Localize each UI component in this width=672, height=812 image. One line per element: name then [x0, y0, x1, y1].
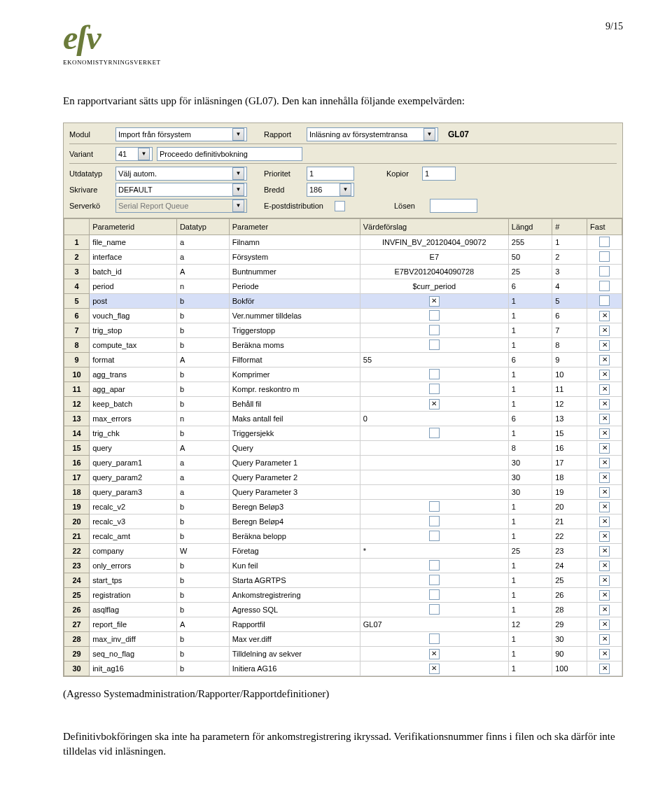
cell-vardeforslag[interactable]: E7 — [360, 250, 508, 265]
checkbox-icon[interactable] — [599, 295, 610, 306]
cell-vardeforslag[interactable] — [360, 368, 508, 382]
checkbox-icon[interactable] — [599, 237, 610, 247]
cell-fast[interactable] — [587, 279, 622, 294]
table-row[interactable]: 4periodnPeriode$curr_period64 — [64, 279, 622, 294]
cell-vardeforslag[interactable]: ✕ — [360, 294, 508, 309]
checkbox-icon[interactable]: ✕ — [599, 487, 610, 498]
cell-vardeforslag[interactable] — [360, 382, 508, 397]
cell-vardeforslag[interactable]: * — [360, 544, 508, 559]
checkbox-icon[interactable]: ✕ — [599, 414, 610, 424]
checkbox-icon[interactable]: ✕ — [429, 296, 440, 307]
cell-vardeforslag[interactable] — [360, 603, 508, 617]
checkbox-icon[interactable]: ✕ — [599, 340, 610, 351]
parameter-grid[interactable]: Parameterid Datatyp Parameter Värdeförsl… — [64, 218, 622, 676]
checkbox-icon[interactable] — [429, 589, 440, 600]
table-row[interactable]: 14trig_chkbTriggersjekk115✕ — [64, 426, 622, 441]
cell-fast[interactable]: ✕ — [587, 441, 622, 456]
checkbox-icon[interactable]: ✕ — [599, 472, 610, 483]
cell-fast[interactable]: ✕ — [587, 500, 622, 514]
cell-vardeforslag[interactable] — [360, 573, 508, 588]
checkbox-icon[interactable] — [429, 516, 440, 526]
cell-fast[interactable]: ✕ — [587, 485, 622, 500]
checkbox-icon[interactable]: ✕ — [429, 649, 440, 659]
checkbox-icon[interactable]: ✕ — [599, 575, 610, 586]
cell-fast[interactable]: ✕ — [587, 617, 622, 632]
cell-vardeforslag[interactable]: GL07 — [360, 617, 508, 632]
checkbox-icon[interactable] — [429, 325, 440, 335]
cell-vardeforslag[interactable] — [360, 500, 508, 514]
checkbox-icon[interactable]: ✕ — [599, 517, 610, 527]
cell-vardeforslag[interactable]: 0 — [360, 412, 508, 426]
cell-fast[interactable] — [587, 235, 622, 250]
chevron-down-icon[interactable]: ▼ — [340, 183, 351, 196]
bredd-input[interactable]: 186 ▼ — [307, 183, 354, 197]
table-row[interactable]: 25registrationbAnkomstregistrering126✕ — [64, 588, 622, 603]
cell-fast[interactable]: ✕ — [587, 368, 622, 382]
table-row[interactable]: 8compute_taxbBeräkna moms18✕ — [64, 338, 622, 353]
cell-vardeforslag[interactable] — [360, 309, 508, 323]
table-row[interactable]: 1file_nameaFilnamnINVFIN_BV_20120404_090… — [64, 235, 622, 250]
checkbox-icon[interactable]: ✕ — [599, 443, 610, 454]
cell-fast[interactable]: ✕ — [587, 426, 622, 441]
cell-vardeforslag[interactable] — [360, 632, 508, 647]
table-row[interactable]: 15queryAQuery816✕ — [64, 441, 622, 456]
table-row[interactable]: 28max_inv_diffbMax ver.diff130✕ — [64, 632, 622, 647]
table-row[interactable]: 19recalc_v2bBeregn Beløp3120✕ — [64, 500, 622, 514]
table-row[interactable]: 12keep_batchbBehåll fil✕112✕ — [64, 397, 622, 412]
cell-fast[interactable] — [587, 265, 622, 279]
cell-fast[interactable]: ✕ — [587, 559, 622, 573]
modul-input[interactable]: Import från försystem ▼ — [115, 127, 247, 141]
checkbox-icon[interactable]: ✕ — [599, 384, 610, 395]
cell-vardeforslag[interactable]: INVFIN_BV_20120404_09072 — [360, 235, 508, 250]
cell-fast[interactable]: ✕ — [587, 529, 622, 544]
table-row[interactable]: 27report_fileARapportfilGL071229✕ — [64, 617, 622, 632]
cell-vardeforslag[interactable]: ✕ — [360, 662, 508, 676]
table-row[interactable]: 3batch_idABuntnummerE7BV2012040409072825… — [64, 265, 622, 279]
checkbox-icon[interactable]: ✕ — [599, 531, 610, 542]
epost-checkbox[interactable] — [335, 201, 345, 211]
cell-fast[interactable]: ✕ — [587, 412, 622, 426]
checkbox-icon[interactable]: ✕ — [429, 664, 440, 674]
cell-vardeforslag[interactable] — [360, 514, 508, 529]
table-row[interactable]: 20recalc_v3bBeregn Beløp4121✕ — [64, 514, 622, 529]
checkbox-icon[interactable]: ✕ — [599, 502, 610, 512]
table-row[interactable]: 13max_errorsnMaks antall feil0613✕ — [64, 412, 622, 426]
checkbox-icon[interactable]: ✕ — [599, 649, 610, 659]
checkbox-icon[interactable]: ✕ — [599, 620, 610, 630]
checkbox-icon[interactable]: ✕ — [599, 311, 610, 321]
cell-fast[interactable] — [587, 294, 622, 309]
variant-input[interactable]: 41 ▼ — [115, 147, 153, 161]
table-row[interactable]: 23only_errorsbKun feil124✕ — [64, 559, 622, 573]
cell-fast[interactable]: ✕ — [587, 662, 622, 676]
cell-fast[interactable]: ✕ — [587, 603, 622, 617]
checkbox-icon[interactable] — [429, 501, 440, 512]
table-row[interactable]: 17query_param2aQuery Parameter 23018✕ — [64, 470, 622, 485]
table-row[interactable]: 2interfaceaFörsystemE7502 — [64, 250, 622, 265]
checkbox-icon[interactable] — [429, 340, 440, 350]
checkbox-icon[interactable]: ✕ — [429, 399, 440, 410]
cell-fast[interactable]: ✕ — [587, 323, 622, 338]
cell-fast[interactable]: ✕ — [587, 397, 622, 412]
table-row[interactable]: 10agg_transbKomprimer110✕ — [64, 368, 622, 382]
cell-vardeforslag[interactable] — [360, 559, 508, 573]
table-row[interactable]: 26asqlflagbAgresso SQL128✕ — [64, 603, 622, 617]
checkbox-icon[interactable]: ✕ — [599, 399, 610, 410]
checkbox-icon[interactable] — [429, 384, 440, 394]
checkbox-icon[interactable]: ✕ — [599, 605, 610, 615]
table-row[interactable]: 30init_ag16bInitiera AG16✕1100✕ — [64, 662, 622, 676]
table-row[interactable]: 29seq_no_flagbTilldelning av sekver✕190✕ — [64, 647, 622, 662]
cell-fast[interactable]: ✕ — [587, 573, 622, 588]
checkbox-icon[interactable] — [599, 251, 610, 262]
cell-vardeforslag[interactable] — [360, 323, 508, 338]
checkbox-icon[interactable]: ✕ — [599, 664, 610, 674]
cell-vardeforslag[interactable] — [360, 529, 508, 544]
table-row[interactable]: 22companyWFöretag*2523✕ — [64, 544, 622, 559]
cell-fast[interactable]: ✕ — [587, 456, 622, 470]
table-row[interactable]: 6vouch_flagbVer.nummer tilldelas16✕ — [64, 309, 622, 323]
checkbox-icon[interactable] — [429, 560, 440, 570]
kopior-input[interactable]: 1 — [422, 167, 456, 181]
table-row[interactable]: 5postbBokför✕15 — [64, 294, 622, 309]
cell-fast[interactable] — [587, 250, 622, 265]
cell-fast[interactable]: ✕ — [587, 588, 622, 603]
cell-vardeforslag[interactable]: $curr_period — [360, 279, 508, 294]
